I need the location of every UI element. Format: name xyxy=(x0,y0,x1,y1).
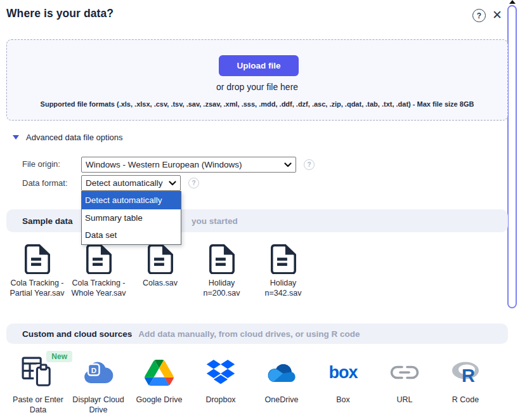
link-icon xyxy=(389,364,420,381)
sample-file-label: Cola Tracking - Partial Year.sav xyxy=(7,278,67,298)
close-icon[interactable]: ✕ xyxy=(492,8,502,23)
source-label: Displayr Cloud Drive xyxy=(69,395,127,415)
advanced-options-label: Advanced data file options xyxy=(26,133,123,142)
source-dropbox[interactable]: Dropbox xyxy=(192,353,250,405)
advanced-options-toggle[interactable]: Advanced data file options xyxy=(13,133,123,142)
source-paste-or-enter-data[interactable]: New Paste or Enter Data xyxy=(9,353,67,415)
source-label: Box xyxy=(314,395,372,405)
dropdown-option-data-set[interactable]: Data set xyxy=(82,226,181,244)
upload-dropzone[interactable]: Upload file or drop your file here Suppo… xyxy=(6,39,508,121)
triangle-down-icon xyxy=(13,135,19,140)
dropdown-option-detect-automatically[interactable]: Detect automatically xyxy=(82,192,181,209)
displayr-cloud-drive-icon: D xyxy=(82,359,115,386)
sample-file-holiday-200[interactable]: Holiday n=200.sav xyxy=(192,244,252,298)
source-label: Dropbox xyxy=(192,395,250,405)
file-origin-select[interactable]: Windows - Western European (Windows) xyxy=(81,157,296,173)
file-origin-label: File origin: xyxy=(22,159,60,169)
chevron-down-icon xyxy=(284,162,292,167)
source-label: OneDrive xyxy=(252,395,311,405)
sample-data-subtitle-fragment: you started xyxy=(192,216,238,226)
source-displayr-cloud-drive[interactable]: D Displayr Cloud Drive xyxy=(69,353,127,415)
source-label: Google Drive xyxy=(130,395,188,405)
document-icon xyxy=(271,244,296,274)
help-icon[interactable]: ? xyxy=(472,9,486,22)
data-format-value: Detect automatically xyxy=(86,178,165,188)
file-origin-value: Windows - Western European (Windows) xyxy=(86,160,280,169)
custom-sources-title: Custom and cloud sources xyxy=(22,329,132,339)
sample-file-label: Holiday n=200.sav xyxy=(192,278,252,298)
document-icon xyxy=(86,244,112,274)
where-is-your-data-dialog: Where is your data? ? ✕ Upload file or d… xyxy=(0,0,520,420)
r-logo-icon: R xyxy=(450,360,481,385)
dropdown-option-summary-table[interactable]: Summary table xyxy=(82,209,181,227)
new-badge: New xyxy=(46,351,72,362)
document-icon xyxy=(209,244,235,274)
svg-text:D: D xyxy=(91,367,96,374)
source-url[interactable]: URL xyxy=(375,353,434,405)
source-onedrive[interactable]: OneDrive xyxy=(252,353,311,405)
scroll-up-arrow-icon[interactable] xyxy=(509,0,516,4)
custom-sources-header-strip: Custom and cloud sources Add data manual… xyxy=(6,324,508,344)
sample-file-cola-partial[interactable]: Cola Tracking - Partial Year.sav xyxy=(7,244,67,298)
box-logo-icon: box xyxy=(328,364,357,381)
source-label: R Code xyxy=(436,395,495,405)
data-format-dropdown-list: Detect automatically Summary table Data … xyxy=(81,191,181,245)
onedrive-icon xyxy=(264,361,299,384)
custom-sources-subtitle: Add data manually, from cloud drives, or… xyxy=(138,329,360,339)
data-format-help-icon[interactable]: ? xyxy=(188,178,199,188)
data-format-label: Data format: xyxy=(22,178,68,188)
source-r-code[interactable]: R R Code xyxy=(436,353,495,405)
file-origin-help-icon[interactable]: ? xyxy=(304,159,315,170)
page-title: Where is your data? xyxy=(6,7,114,20)
scrollbar-thumb[interactable] xyxy=(507,5,517,308)
supported-formats-text: Supported file formats (.xls, .xlsx, .cs… xyxy=(7,100,507,108)
sample-data-title: Sample data xyxy=(22,216,73,226)
drop-hint-text: or drop your file here xyxy=(7,82,507,92)
dropbox-icon xyxy=(206,360,235,385)
sample-file-label: Holiday n=342.sav xyxy=(253,278,313,298)
source-box[interactable]: box Box xyxy=(314,353,372,405)
svg-text:R: R xyxy=(462,365,475,385)
chevron-down-icon xyxy=(169,181,176,186)
sample-file-colas[interactable]: Colas.sav xyxy=(130,244,190,288)
document-icon xyxy=(148,244,173,274)
source-label: URL xyxy=(375,395,434,405)
sample-file-label: Cola Tracking - Whole Year.sav xyxy=(68,278,129,298)
sample-file-label: Colas.sav xyxy=(130,278,190,288)
sample-file-holiday-342[interactable]: Holiday n=342.sav xyxy=(253,244,313,298)
upload-file-button[interactable]: Upload file xyxy=(219,55,299,76)
google-drive-icon xyxy=(145,360,174,386)
sample-file-cola-whole[interactable]: Cola Tracking - Whole Year.sav xyxy=(68,244,129,298)
source-google-drive[interactable]: Google Drive xyxy=(130,353,188,405)
data-format-select[interactable]: Detect automatically xyxy=(81,175,181,191)
document-icon xyxy=(25,244,50,274)
source-label: Paste or Enter Data xyxy=(9,395,67,415)
